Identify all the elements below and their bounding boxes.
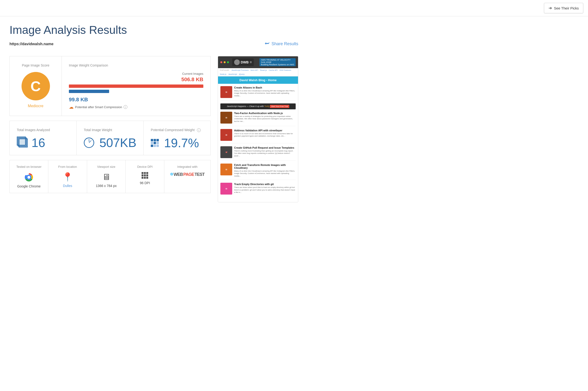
total-weight-label: Total Image Weight <box>84 128 136 132</box>
sc-article-3: 🖼 Address Validation API with streetlaye… <box>220 129 296 143</box>
nav-cache[interactable]: Cache API <box>269 69 278 71</box>
sc-article-1-text: Create Aliases in Bash Many of us dive i… <box>234 86 296 98</box>
dpi-label: Device DPI <box>132 165 158 169</box>
nav-es6[interactable]: ES6 Features <box>280 69 291 71</box>
total-weight-value-area: 507KB <box>84 137 136 149</box>
cloud-upload-icon: ☁ <box>69 104 74 110</box>
sc-text-3: There is so much of our web and eCommerc… <box>234 133 296 137</box>
compression-grid-icon <box>151 139 159 147</box>
score-weight-row: Page Image Score C Mediocre Image Weight… <box>9 56 211 116</box>
nav-fetch[interactable]: fetch API <box>250 69 258 71</box>
nav-js-promises[interactable]: JavaScript Promises <box>231 69 249 71</box>
current-images-label: Current Images <box>69 72 203 76</box>
main-content: Image Analysis Results https://davidwals… <box>0 16 308 209</box>
compressed-info-icon[interactable]: i <box>197 128 201 132</box>
total-images-number: 16 <box>31 137 45 149</box>
arrow-right-icon: ➜ <box>548 5 552 11</box>
sc-text-6: There are times when you'd like to track… <box>234 186 296 194</box>
location-pin-icon: 📍 <box>54 172 81 182</box>
sc-title-3: Address Validation API with streetlayer <box>234 129 296 132</box>
share-icon: ⮨ <box>265 41 270 47</box>
nav-popular: POPULAR: <box>220 69 229 71</box>
dwb-avatar <box>234 59 240 65</box>
share-results-button[interactable]: ⮨ Share Results <box>265 41 298 47</box>
url-share-row: https://davidwalsh.name ⮨ Share Results <box>9 41 298 47</box>
see-their-picks-button[interactable]: ➜ See Their Picks <box>544 3 583 13</box>
total-images-cell: Total Images Analyzed 16 <box>10 121 77 155</box>
sc-text-5: Many of us dive into Cloudinary's amazin… <box>234 170 296 177</box>
dpi-grid-icon <box>132 172 158 179</box>
sc-article-4: 🐙 Create GitHub Pull Request and Issue T… <box>220 146 296 161</box>
weight-label: Image Weight Comparison <box>69 63 203 67</box>
total-images-value-area: 16 <box>17 137 69 149</box>
blog-banner-text: David Walsh Blog - Home <box>240 78 277 82</box>
images-stack-icon <box>17 137 29 149</box>
browser-dot-green <box>227 61 229 63</box>
nav-react[interactable]: React.js <box>260 69 267 71</box>
screenshot-panel: DWB ≡ AWS TRAINING AT VELOCITYSAN JOSEBu… <box>218 56 298 202</box>
viewport-cell: Viewport size 🖥 1366 x 784 px <box>87 160 126 193</box>
weight-bars <box>69 85 203 93</box>
compressed-value: 99.8 KB <box>69 97 203 103</box>
sc-article-6-text: Track Empty Directories with git There a… <box>234 183 296 195</box>
dwb-menu-icon: ≡ <box>250 60 252 64</box>
sc-thumb-6: 🖼 <box>220 183 232 195</box>
chrome-icon <box>24 172 34 183</box>
nav-jquery[interactable]: jQuery <box>239 73 245 75</box>
score-circle: C <box>21 72 50 100</box>
sc-ad-banner: JavaScript Happens — Clean it up with Ti… <box>220 103 296 109</box>
dwb-text: DWB <box>241 60 249 64</box>
sc-title-1: Create Aliases in Bash <box>234 86 296 89</box>
screenshot-nav: POPULAR: JavaScript Promises fetch API R… <box>218 68 298 77</box>
screenshot-content: 🖼 Create Aliases in Bash Many of us dive… <box>218 84 298 202</box>
nav-node[interactable]: Node.js <box>220 73 226 75</box>
dpi-value: 96 DPI <box>132 181 158 185</box>
integration-cell: Integrated with 🌐 WEBPAGETEST WebPageTes… <box>164 160 210 193</box>
sc-article-5-text: Fetch and Transform Remote Images with C… <box>234 164 296 177</box>
nav-javascript[interactable]: JavaScript <box>228 73 237 75</box>
weight-clock-icon <box>84 137 94 148</box>
score-cell: Page Image Score C Mediocre <box>10 56 62 116</box>
sc-article-6: 🖼 Track Empty Directories with git There… <box>220 183 296 197</box>
total-weight-number: 507KB <box>99 137 136 149</box>
sc-thumb-4: 🐙 <box>220 146 232 158</box>
sc-ad-button[interactable]: Start Your Free Trial <box>270 105 289 108</box>
sc-title-5: Fetch and Transform Remote Images with C… <box>234 164 296 169</box>
sc-title-2: Two-Factor Authentication with Node.js <box>234 112 296 114</box>
screenshot-browser-header: DWB ≡ AWS TRAINING AT VELOCITYSAN JOSEBu… <box>218 56 298 68</box>
integration-label: Integrated with <box>170 165 204 169</box>
browser-dot-red <box>220 61 222 63</box>
sc-article-1: 🖼 Create Aliases in Bash Many of us dive… <box>220 86 296 100</box>
sc-thumb-3: 🖼 <box>220 129 232 141</box>
see-their-picks-label: See Their Picks <box>554 6 579 10</box>
score-letter: C <box>30 78 41 95</box>
browser-cell: Tested on browser <box>10 160 48 193</box>
info-icon[interactable]: i <box>124 105 127 109</box>
info-row: Tested on browser <box>9 160 211 193</box>
sc-text-2: There are a variety of strategies for pr… <box>234 115 296 123</box>
compressed-weight-number: 19.7% <box>164 137 199 149</box>
score-grade: Mediocre <box>17 104 54 108</box>
svg-point-3 <box>27 176 30 179</box>
sc-title-4: Create GitHub Pull Request and Issue Tem… <box>234 146 296 149</box>
compressed-weight-bar <box>69 90 109 93</box>
sc-text-4: There's nothing more frustrating than ge… <box>234 150 296 157</box>
share-results-label: Share Results <box>272 41 298 46</box>
location-cell: From location 📍 Dulles <box>48 160 87 193</box>
sc-text-1: Many of us dive into Cloudinary's amazin… <box>234 90 296 97</box>
sc-article-3-text: Address Validation API with streetlayer … <box>234 129 296 141</box>
sc-article-2: 🖼 Two-Factor Authentication with Node.js… <box>220 112 296 126</box>
compressed-weight-cell: Potential Compressed Weight i <box>144 121 210 155</box>
total-images-label: Total Images Analyzed <box>17 128 69 132</box>
location-value: Dulles <box>54 184 81 188</box>
webpagetest-logo: 🌐 WEBPAGETEST <box>170 172 204 177</box>
left-panels: Page Image Score C Mediocre Image Weight… <box>9 56 211 202</box>
sc-title-6: Track Empty Directories with git <box>234 183 296 186</box>
viewport-value: 1366 x 784 px <box>93 184 119 188</box>
dwb-logo: DWB ≡ <box>232 58 254 66</box>
weight-comparison-cell: Image Weight Comparison Current Images 5… <box>62 56 210 116</box>
top-bar: ➜ See Their Picks <box>0 0 588 16</box>
location-label: From location <box>54 165 81 169</box>
stats-row: Total Images Analyzed 16 Total Image Wei… <box>9 121 211 155</box>
aws-badge: AWS TRAINING AT VELOCITYSAN JOSEBuilding… <box>259 58 296 66</box>
